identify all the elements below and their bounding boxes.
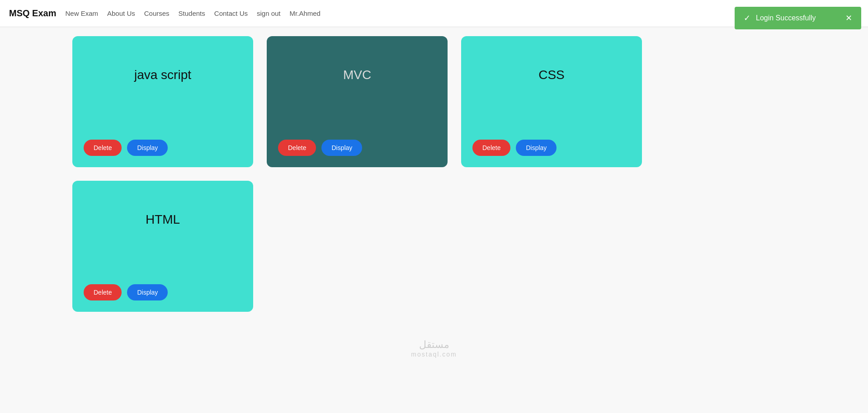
navbar-links: New Exam About Us Courses Students Conta… [65,9,320,18]
navbar-brand[interactable]: MSQ Exam [9,8,56,19]
nav-students[interactable]: Students [179,9,205,17]
toast-close-button[interactable]: ✕ [845,14,852,22]
card-javascript-actions: Delete Display [84,131,242,156]
toast-message: Login Successfully [756,14,816,22]
card-javascript: java script Delete Display [72,36,253,167]
card-javascript-delete-button[interactable]: Delete [84,140,122,156]
card-html-display-button[interactable]: Display [127,284,168,300]
card-css: CSS Delete Display [461,36,642,167]
card-mvc: MVC Delete Display [267,36,448,167]
card-css-display-button[interactable]: Display [516,140,557,156]
card-html-delete-button[interactable]: Delete [84,284,122,300]
card-mvc-title: MVC [278,68,436,82]
card-html-title: HTML [84,212,242,227]
watermark: مستقل mostaql.com [72,339,796,358]
nav-mr-ahmed[interactable]: Mr.Ahmed [290,9,321,17]
nav-sign-out[interactable]: sign out [257,9,281,17]
card-css-actions: Delete Display [472,131,631,156]
card-css-delete-button[interactable]: Delete [472,140,510,156]
card-mvc-actions: Delete Display [278,131,436,156]
nav-contact-us[interactable]: Contact Us [214,9,248,17]
card-html-actions: Delete Display [84,275,242,300]
main-content: java script Delete Display MVC Delete Di… [0,27,868,367]
card-css-title: CSS [472,68,631,82]
toast-check-icon: ✓ [744,13,750,23]
nav-about-us[interactable]: About Us [107,9,135,17]
watermark-arabic: مستقل [72,339,796,351]
cards-row-2: HTML Delete Display [72,181,796,312]
nav-new-exam[interactable]: New Exam [65,9,98,17]
toast-notification: ✓ Login Successfully ✕ [735,7,861,29]
card-javascript-display-button[interactable]: Display [127,140,168,156]
nav-courses[interactable]: Courses [144,9,170,17]
card-html: HTML Delete Display [72,181,253,312]
card-mvc-display-button[interactable]: Display [321,140,362,156]
watermark-latin: mostaql.com [72,351,796,358]
card-mvc-delete-button[interactable]: Delete [278,140,316,156]
cards-row-1: java script Delete Display MVC Delete Di… [72,36,796,167]
card-javascript-title: java script [84,68,242,82]
